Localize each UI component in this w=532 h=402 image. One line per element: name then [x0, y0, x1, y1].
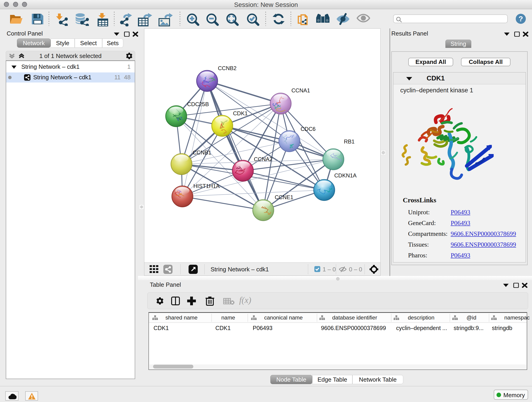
svg-text:CCNE1: CCNE1 — [275, 194, 293, 200]
svg-text:CDK1: CDK1 — [233, 110, 248, 116]
svg-text:HIST1H1A: HIST1H1A — [193, 183, 220, 189]
svg-text:?: ? — [519, 15, 523, 23]
svg-text:CDC6: CDC6 — [301, 126, 316, 132]
svg-text:CDKN1A: CDKN1A — [334, 172, 356, 179]
svg-text:CCNA1: CCNA1 — [291, 87, 310, 94]
svg-text:CCNB1: CCNB1 — [193, 149, 211, 156]
svg-text:RB1: RB1 — [344, 138, 355, 145]
svg-text:CCNA2: CCNA2 — [254, 156, 272, 162]
svg-text:CCNB2: CCNB2 — [218, 65, 236, 71]
svg-text:CDC25B: CDC25B — [187, 101, 209, 107]
